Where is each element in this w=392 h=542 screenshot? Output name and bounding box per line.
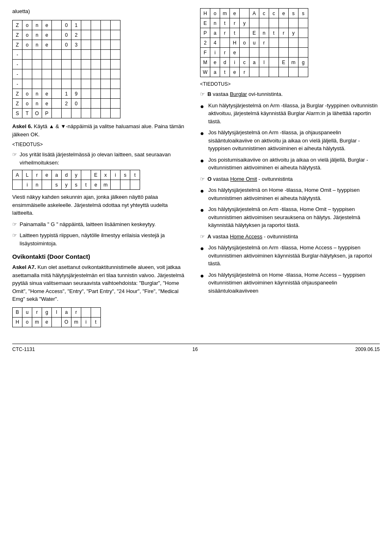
homeaccess-underline: Home Access (230, 233, 262, 240)
grid-cell: c (259, 9, 269, 18)
grid-cell (298, 48, 308, 58)
grid-cell (32, 69, 42, 79)
grid-cell (91, 99, 101, 109)
grid-cell (22, 79, 32, 89)
grid-cell: r (220, 28, 230, 38)
grid-cell (91, 307, 101, 317)
grid-cell (249, 18, 259, 28)
grid-cell: c (269, 9, 279, 18)
grid-cell: W (200, 67, 210, 77)
grid-cell (91, 60, 101, 69)
grid-cell (91, 69, 101, 79)
grid-cell: E (91, 170, 101, 180)
grid-cell (81, 89, 91, 99)
grid-cell: o (22, 89, 32, 99)
o-note-content: O vastaa Home Omit - ovitunnistinta (207, 175, 293, 183)
grid-cell (71, 69, 81, 79)
grid-cell (81, 109, 91, 118)
b-note-content: B vastaa Burglar ovi-tunnistinta. (207, 90, 283, 98)
right-top-table: HomeAccessEntryPartEntry24HourFireMedica… (200, 8, 308, 77)
grid-cell (111, 60, 120, 69)
grid-cell (42, 79, 52, 89)
grid-cell: s (52, 180, 62, 190)
grid-cell (52, 79, 62, 89)
grid-cell (22, 69, 32, 79)
grid-cell (32, 79, 42, 89)
bullets1-list: Kun hälytysjärjestelmä on Arm -tilassa, … (200, 102, 380, 172)
o-bold: O (207, 176, 212, 182)
grid-cell (71, 109, 81, 118)
grid-cell: - (13, 69, 22, 79)
grid-cell: T (22, 109, 32, 118)
grid-cell: e (279, 9, 289, 18)
grid-cell: g (42, 307, 52, 317)
grid-cell (259, 48, 269, 58)
grid-cell: 0 (62, 30, 71, 40)
grid-cell: n (32, 89, 42, 99)
grid-cell (81, 50, 91, 60)
grid-cell (32, 50, 42, 60)
grid-cell: y (62, 180, 71, 190)
grid-cell: 2 (71, 30, 81, 40)
list-item: Kun hälytysjärjestelmä on Arm -tilassa, … (200, 102, 380, 126)
grid-cell: E (249, 28, 259, 38)
grid-cell: Z (13, 40, 22, 50)
grid-cell (91, 109, 101, 118)
grid-cell: e (230, 9, 240, 18)
note4-block: ☞ Laitteen tyypistä riippuen, näytölle i… (12, 231, 188, 247)
grid-cell: n (32, 30, 42, 40)
grid-cell: m (220, 9, 230, 18)
grid-cell: s (289, 9, 298, 18)
grid-cell: l (52, 307, 62, 317)
grid-cell (81, 20, 91, 30)
grid-cell: o (240, 38, 249, 48)
grid-cell (52, 89, 62, 99)
grid-cell: r (220, 48, 230, 58)
grid-cell: e (42, 20, 52, 30)
a-bold: A (207, 233, 211, 240)
note2: Viesti näkyy kahden sekunnin ajan, jonka… (12, 193, 188, 217)
grid-cell: s (298, 9, 308, 18)
grid-cell: 2 (62, 99, 71, 109)
grid-cell (101, 20, 111, 30)
grid-cell: E (279, 58, 289, 67)
grid-cell: y (71, 170, 81, 180)
grid-cell: Z (13, 99, 22, 109)
grid-cell: - (13, 79, 22, 89)
grid-cell: H (200, 9, 210, 18)
bottom-table: BurglarHomeOmit (12, 307, 101, 327)
grid-cell: e (42, 317, 52, 327)
grid-cell (81, 40, 91, 50)
list-item: Jos hälytysjärjestelmä on Home -tilassa,… (200, 186, 380, 202)
right-column: HomeAccessEntryPartEntry24HourFireMedica… (200, 8, 380, 331)
grid-cell: e (210, 58, 220, 67)
grid-cell: 0 (62, 20, 71, 30)
grid-cell (279, 48, 289, 58)
grid-cell (81, 170, 91, 180)
grid-cell (52, 99, 62, 109)
grid-cell (101, 99, 111, 109)
grid-cell: d (62, 170, 71, 180)
grid-cell: e (42, 99, 52, 109)
grid-cell (101, 89, 111, 99)
grid-cell: H (13, 317, 22, 327)
grid-cell (91, 79, 101, 89)
grid-cell (240, 28, 249, 38)
grid-cell (81, 99, 91, 109)
grid-cell (289, 48, 298, 58)
grid-cell: F (200, 48, 210, 58)
grid-cell (81, 79, 91, 89)
grid-cell: o (22, 317, 32, 327)
grid-cell: g (298, 58, 308, 67)
phone-icon-2: ☞ (12, 220, 17, 229)
grid-cell: e (42, 30, 52, 40)
grid-cell: i (210, 48, 220, 58)
grid-cell: M (200, 58, 210, 67)
grid-cell: o (22, 40, 32, 50)
grid-cell: 0 (71, 99, 81, 109)
grid-cell (52, 30, 62, 40)
grid-cell: d (220, 58, 230, 67)
grid-cell (220, 38, 230, 48)
grid-cell (101, 60, 111, 69)
grid-cell: - (13, 50, 22, 60)
